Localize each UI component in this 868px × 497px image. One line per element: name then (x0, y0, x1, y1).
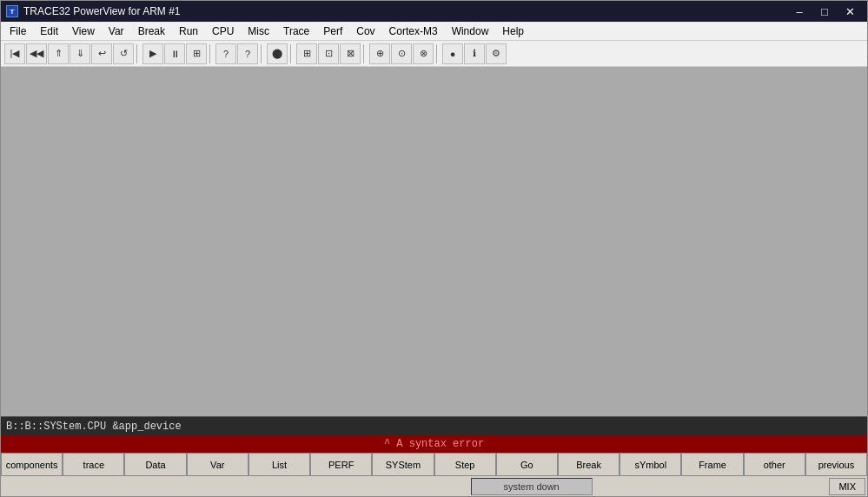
toolbar-btn-help[interactable]: ? (215, 43, 236, 64)
maximize-button[interactable]: □ (812, 3, 837, 20)
toolbar-separator-19 (363, 44, 367, 63)
status-right: MIX (796, 478, 865, 495)
toolbar-btn-step-return[interactable]: ↩ (91, 43, 112, 64)
bottom-btn-components[interactable]: components (1, 454, 63, 476)
status-center: system down (267, 478, 796, 495)
minimize-button[interactable]: – (787, 3, 812, 20)
menu-item-file[interactable]: File (3, 23, 33, 39)
menu-item-trace[interactable]: Trace (276, 23, 316, 39)
toolbar-separator-23 (436, 44, 440, 63)
toolbar-btn-power[interactable]: ⬤ (267, 43, 288, 64)
error-line: ^ A syntax error (1, 435, 867, 453)
status-down-label: system down (471, 478, 593, 495)
toolbar-btn-settings[interactable]: ⚙ (486, 43, 507, 64)
bottom-btn-trace[interactable]: trace (63, 454, 124, 476)
toolbar-separator-13 (261, 44, 264, 63)
bottom-btn-var[interactable]: Var (187, 454, 248, 476)
title-bar: T TRACE32 PowerView for ARM #1 – □ ✕ (1, 1, 867, 22)
bottom-btn-other[interactable]: other (744, 454, 805, 476)
bottom-btn-system[interactable]: SYStem (372, 454, 434, 476)
bottom-btn-list[interactable]: List (248, 454, 310, 476)
toolbar-btn-step-over-up[interactable]: ⇑ (48, 43, 69, 64)
toolbar: |◀◀◀⇑⇓↩↺▶⏸⊞??⬤⊞⊡⊠⊕⊙⊗●ℹ⚙ (1, 41, 867, 67)
toolbar-btn-redo[interactable]: ↺ (113, 43, 134, 64)
menu-item-cortex-m3[interactable]: Cortex-M3 (382, 23, 445, 39)
svg-text:T: T (10, 8, 15, 16)
toolbar-btn-halt[interactable]: ⏸ (164, 43, 185, 64)
bottom-btn-data[interactable]: Data (124, 454, 186, 476)
window-title: TRACE32 PowerView for ARM #1 (23, 5, 181, 17)
bottom-btn-step[interactable]: Step (434, 454, 496, 476)
menu-item-cov[interactable]: Cov (349, 23, 381, 39)
toolbar-btn-trace1[interactable]: ⊕ (369, 43, 390, 64)
toolbar-separator-10 (209, 44, 213, 63)
bottom-btn-previous[interactable]: previous (805, 454, 867, 476)
menu-item-window[interactable]: Window (445, 23, 496, 39)
menu-item-cpu[interactable]: CPU (205, 23, 241, 39)
toolbar-btn-view2[interactable]: ⊡ (318, 43, 339, 64)
bottom-buttons: componentstraceDataVarListPERFSYStemStep… (1, 453, 867, 475)
command-line[interactable]: B::B::SYStem.CPU &app_device (1, 416, 867, 435)
bottom-btn-frame[interactable]: Frame (681, 454, 743, 476)
toolbar-btn-step-back[interactable]: ◀◀ (26, 43, 47, 64)
mix-button[interactable]: MIX (829, 478, 865, 495)
window-controls: – □ ✕ (787, 3, 862, 20)
command-text: B::B::SYStem.CPU &app_device (6, 421, 182, 433)
toolbar-btn-help2[interactable]: ? (237, 43, 258, 64)
toolbar-btn-record[interactable]: ● (442, 43, 463, 64)
toolbar-btn-trace2[interactable]: ⊙ (391, 43, 412, 64)
toolbar-btn-reset[interactable]: |◀ (4, 43, 25, 64)
menu-bar: FileEditViewVarBreakRunCPUMiscTracePerfC… (1, 22, 867, 41)
close-button[interactable]: ✕ (838, 3, 862, 20)
toolbar-separator-15 (290, 44, 294, 63)
status-bar: system down MIX (1, 475, 867, 496)
bottom-btn-break[interactable]: Break (558, 454, 620, 476)
menu-item-perf[interactable]: Perf (316, 23, 349, 39)
command-area: B::B::SYStem.CPU &app_device ^ A syntax … (1, 416, 867, 453)
toolbar-btn-info[interactable]: ℹ (464, 43, 485, 64)
toolbar-btn-view1[interactable]: ⊞ (296, 43, 317, 64)
menu-item-edit[interactable]: Edit (33, 23, 65, 39)
toolbar-btn-step-over-down[interactable]: ⇓ (70, 43, 90, 64)
toolbar-btn-mixed[interactable]: ⊞ (186, 43, 207, 64)
menu-item-misc[interactable]: Misc (241, 23, 276, 39)
toolbar-btn-trace3[interactable]: ⊗ (413, 43, 434, 64)
menu-item-break[interactable]: Break (131, 23, 172, 39)
bottom-btn-perf[interactable]: PERF (310, 454, 372, 476)
toolbar-btn-view3[interactable]: ⊠ (340, 43, 361, 64)
menu-item-help[interactable]: Help (495, 23, 531, 39)
bottom-btn-go[interactable]: Go (496, 454, 558, 476)
menu-item-view[interactable]: View (65, 23, 102, 39)
workspace (1, 67, 867, 416)
bottom-btn-symbol[interactable]: sYmbol (620, 454, 681, 476)
toolbar-btn-run[interactable]: ▶ (142, 43, 163, 64)
toolbar-separator-6 (136, 44, 140, 63)
app-icon: T (6, 5, 18, 17)
error-text: ^ A syntax error (384, 438, 484, 450)
menu-item-var[interactable]: Var (102, 23, 131, 39)
menu-item-run[interactable]: Run (172, 23, 205, 39)
title-left: T TRACE32 PowerView for ARM #1 (6, 5, 181, 17)
